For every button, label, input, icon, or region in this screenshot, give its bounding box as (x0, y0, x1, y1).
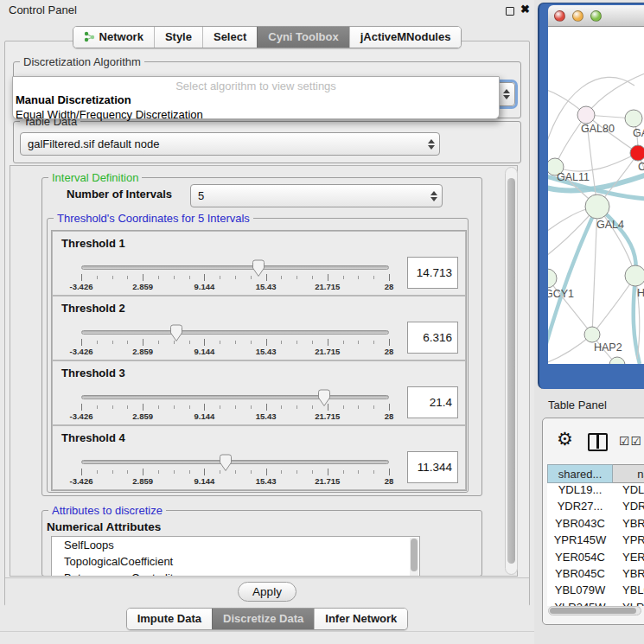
mac-minimize-button[interactable] (572, 10, 583, 22)
node-label: GAL4 (596, 219, 624, 231)
cell-shared-name[interactable]: YER054C (547, 551, 613, 567)
top-tab-bar: NetworkStyleSelectCyni ToolboxjActiveMNo… (0, 26, 534, 48)
network-node[interactable] (609, 357, 625, 364)
gear-icon[interactable]: ⚙ (557, 429, 573, 450)
cell-name[interactable]: YBL079W (613, 583, 644, 600)
tab-cyni-toolbox[interactable]: Cyni Toolbox (257, 27, 348, 48)
network-edge[interactable] (586, 72, 644, 115)
threshold-panel: Threshold 2-3.4262.8599.14415.4321.71528… (52, 296, 466, 360)
tab-style[interactable]: Style (154, 27, 202, 48)
node-label: GAL11 (557, 171, 590, 183)
column-header-name[interactable]: name (613, 464, 644, 483)
network-node[interactable] (548, 269, 557, 288)
algorithm-option[interactable]: Equal Width/Frequency Discretization (13, 107, 499, 122)
network-node[interactable] (585, 194, 609, 219)
network-node[interactable] (625, 110, 642, 127)
apply-button[interactable]: Apply (238, 582, 296, 602)
table-row[interactable]: YDL19...YDL19... (547, 483, 644, 500)
cell-shared-name[interactable]: YBR045C (547, 567, 613, 583)
tab-impute-data[interactable]: Impute Data (127, 609, 212, 629)
table-row[interactable]: YDR27...YDR27... (547, 500, 644, 516)
cell-name[interactable]: YDR27... (613, 500, 644, 516)
table-row[interactable]: YBR043CYBR043C (547, 517, 644, 533)
scrollbar-thumb[interactable] (550, 608, 636, 614)
table-row[interactable]: YPR145WYPR145W (547, 533, 644, 550)
network-node[interactable] (577, 106, 595, 124)
number-of-intervals-label: Number of Intervals (67, 188, 172, 201)
column-header-shared-name[interactable]: shared... (547, 464, 613, 483)
divider (0, 631, 534, 632)
cell-name[interactable]: YER054C (613, 551, 644, 567)
slider-track[interactable] (81, 395, 389, 399)
table-row[interactable]: YBR045CYBR045C (547, 567, 644, 583)
attribute-item[interactable]: TopologicalCoefficient (52, 553, 419, 570)
close-icon[interactable]: ✖ (520, 3, 530, 16)
attribute-item[interactable]: BetweennessCentrality (52, 570, 419, 577)
threshold-panel: Threshold 1-3.4262.8599.14415.4321.71528… (52, 231, 466, 296)
vertical-scrollbar[interactable] (505, 167, 518, 575)
node-label: C (638, 161, 644, 173)
bottom-tab-bar: Impute DataDiscretize DataInfer Network (0, 608, 534, 630)
slider-track[interactable] (81, 330, 389, 335)
tab-discretize-data[interactable]: Discretize Data (212, 609, 314, 629)
tab-label: Select (214, 30, 246, 43)
slider-track[interactable] (81, 265, 389, 270)
select-columns-icon[interactable]: ☑☑ (619, 434, 642, 448)
scrollbar-thumb[interactable] (507, 178, 515, 564)
table-data-combo[interactable]: galFiltered.sif default node (20, 132, 440, 156)
tab-jactivemnodules[interactable]: jActiveMNodules (349, 27, 462, 48)
cell-shared-name[interactable]: YPR145W (547, 533, 613, 550)
node-label: GCY1 (548, 288, 574, 300)
tab-label: Infer Network (325, 612, 397, 625)
threshold-value-field[interactable]: 6.316 (407, 322, 458, 354)
list-scrollbar[interactable] (410, 538, 418, 576)
network-window-titlebar[interactable] (548, 5, 644, 27)
table-panel-title: Table Panel (548, 399, 607, 411)
network-view-window: GAL80GACGAL11GAL4GCY1HHAP2 (538, 3, 644, 389)
network-edge[interactable] (555, 153, 638, 171)
float-panel-icon[interactable] (506, 7, 514, 16)
slider-track[interactable] (81, 460, 389, 464)
horizontal-scrollbar[interactable] (548, 606, 641, 615)
network-node[interactable] (630, 145, 644, 161)
cell-name[interactable]: YBR045C (613, 567, 644, 583)
cell-shared-name[interactable]: YDR27... (547, 500, 613, 516)
number-of-intervals-combo[interactable]: 5 (190, 184, 443, 207)
columns-icon[interactable] (588, 433, 608, 451)
numerical-attributes-list[interactable]: SelfLoopsTopologicalCoefficientBetweenne… (51, 536, 420, 577)
settings-scroll-area: Interval Definition Number of Intervals … (10, 165, 518, 577)
table-row[interactable]: YER054CYER054C (547, 551, 644, 567)
table-row[interactable]: YBL079WYBL079W (547, 583, 644, 600)
node-label: H (637, 287, 644, 299)
network-edge[interactable] (592, 276, 635, 335)
network-edge[interactable] (548, 278, 592, 335)
cell-shared-name[interactable]: YBL079W (547, 583, 613, 600)
cell-name[interactable]: YDL19... (613, 483, 644, 500)
threshold-value-field[interactable]: 14.713 (407, 257, 458, 289)
network-node[interactable] (625, 265, 644, 286)
cell-shared-name[interactable]: YBR043C (547, 517, 613, 533)
tab-network[interactable]: Network (73, 27, 154, 48)
threshold-value-field[interactable]: 21.4 (407, 386, 458, 418)
tab-infer-network[interactable]: Infer Network (314, 609, 407, 629)
threshold-value-field[interactable]: 11.344 (407, 451, 458, 483)
mac-zoom-button[interactable] (590, 10, 602, 22)
algorithm-option[interactable]: Manual Discretization (13, 92, 499, 107)
tab-select[interactable]: Select (202, 27, 257, 48)
cell-shared-name[interactable]: YDL19... (547, 483, 613, 500)
attribute-item[interactable]: SelfLoops (52, 537, 419, 553)
network-canvas[interactable]: GAL80GACGAL11GAL4GCY1HHAP2 (548, 27, 644, 364)
discretization-algorithm-title: Discretization Algorithm (20, 55, 144, 68)
popup-hint: Select algorithm to view settings (13, 77, 499, 92)
cell-name[interactable]: YPR145W (613, 533, 644, 550)
threshold-panel: Threshold 4-3.4262.8599.14415.4321.71528… (52, 425, 466, 490)
cell-name[interactable]: YBR043C (613, 517, 644, 533)
mac-close-button[interactable] (554, 10, 565, 22)
network-icon (84, 31, 95, 42)
apply-strip: Apply (5, 578, 529, 606)
thresholds-title: Threshold's Coordinates for 5 Intervals (54, 212, 253, 225)
node-label: HAP2 (594, 341, 622, 354)
network-node[interactable] (584, 327, 600, 342)
node-label: GAL80 (581, 123, 615, 135)
tab-label: Style (165, 30, 192, 43)
